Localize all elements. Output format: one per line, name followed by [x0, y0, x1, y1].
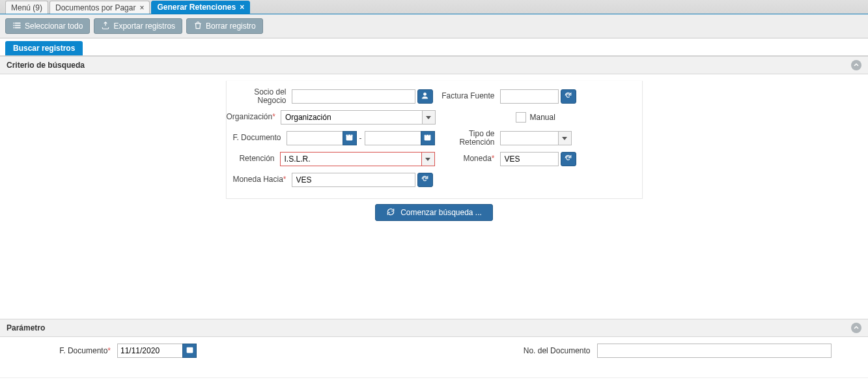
retencion-select[interactable] — [280, 152, 422, 166]
calendar-icon — [423, 133, 432, 143]
panel-title: Criterio de búsqueda — [7, 61, 85, 70]
organizacion-select[interactable] — [281, 110, 423, 125]
param-calendar-button[interactable] — [182, 344, 197, 358]
tab-label: Generar Retenciones — [157, 3, 236, 12]
parametro-panel-header: Parámetro — [0, 319, 868, 337]
tab-label: Documentos por Pagar — [55, 3, 135, 12]
moneda-hacia-lookup-button[interactable] — [417, 173, 433, 187]
svg-rect-5 — [425, 135, 431, 141]
label-moneda-hacia: Moneda Hacia* — [227, 175, 292, 184]
fdoc-from-input[interactable] — [287, 131, 343, 145]
calendar-icon — [345, 133, 354, 143]
tab-menu[interactable]: Menú (9) — [5, 1, 48, 14]
tab-documentos-por-pagar[interactable]: Documentos por Pagar × — [49, 1, 150, 14]
socio-lookup-button[interactable] — [417, 89, 433, 104]
dropdown-icon[interactable] — [422, 152, 435, 166]
subtab-buscar-registros[interactable]: Buscar registros — [5, 41, 83, 55]
select-all-button[interactable]: Seleccionar todo — [5, 18, 90, 34]
svg-point-0 — [423, 93, 426, 95]
refresh-icon — [421, 175, 429, 185]
trash-icon — [193, 21, 203, 32]
criteria-panel-header: Criterio de búsqueda — [0, 56, 868, 74]
comenzar-busqueda-button[interactable]: Comenzar búsqueda ... — [375, 204, 493, 221]
dropdown-icon[interactable] — [559, 131, 572, 145]
param-nodoc-input[interactable] — [597, 344, 832, 358]
tab-label: Menú (9) — [11, 3, 42, 12]
list-icon — [12, 21, 21, 32]
subtab-label: Buscar registros — [13, 44, 75, 53]
calendar-icon — [186, 345, 194, 356]
criteria-form: Socio del Negocio Factura Fuente — [226, 81, 643, 199]
label-socio: Socio del Negocio — [227, 88, 292, 105]
range-dash: - — [357, 134, 365, 143]
results-area — [0, 231, 868, 319]
moneda-hacia-input[interactable] — [292, 173, 415, 187]
socio-input[interactable] — [292, 89, 415, 104]
button-label: Exportar registros — [113, 22, 175, 31]
parametro-panel-body: F. Documento* No. del Documento — [0, 337, 868, 377]
label-organizacion: Organización* — [227, 113, 281, 121]
moneda-lookup-button[interactable] — [561, 152, 576, 166]
svg-rect-8 — [186, 347, 193, 353]
manual-checkbox[interactable] — [516, 112, 526, 123]
refresh-icon — [386, 207, 395, 218]
calendar-from-button[interactable] — [343, 131, 357, 145]
button-label: Comenzar búsqueda ... — [400, 208, 482, 217]
toolbar: Seleccionar todo Exportar registros Borr… — [0, 14, 868, 38]
tab-generar-retenciones[interactable]: Generar Retenciones × — [151, 1, 250, 14]
factura-lookup-button[interactable] — [561, 89, 576, 104]
calendar-to-button[interactable] — [421, 131, 435, 145]
label-param-fdoc: F. Documento* — [13, 346, 117, 355]
footer-actions — [0, 377, 868, 382]
factura-input[interactable] — [500, 89, 559, 104]
label-retencion: Retención — [227, 154, 280, 163]
moneda-input[interactable] — [500, 152, 559, 166]
fdoc-to-input[interactable] — [365, 131, 421, 145]
refresh-icon — [564, 91, 572, 102]
button-label: Seleccionar todo — [25, 22, 83, 31]
close-icon[interactable]: × — [240, 3, 244, 12]
criteria-panel-body: Socio del Negocio Factura Fuente — [0, 74, 868, 319]
label-moneda: Moneda* — [435, 154, 500, 163]
export-icon — [101, 21, 110, 32]
delete-button[interactable]: Borrar registro — [186, 18, 263, 34]
refresh-icon — [564, 154, 572, 164]
label-factura: Factura Fuente — [435, 92, 500, 100]
collapse-icon[interactable] — [851, 60, 861, 70]
sub-tabs: Buscar registros — [0, 38, 868, 56]
dropdown-icon[interactable] — [423, 110, 436, 125]
panel-title: Parámetro — [7, 323, 45, 332]
label-param-nodoc: No. del Documento — [434, 346, 597, 355]
label-manual: Manual — [530, 113, 555, 122]
label-tipo-retencion: Tipo de Retención — [435, 130, 500, 147]
close-icon[interactable]: × — [139, 3, 144, 12]
label-fdocumento: F. Documento — [227, 134, 287, 142]
param-fdoc-input[interactable] — [117, 344, 182, 358]
person-icon — [421, 91, 429, 102]
svg-rect-2 — [346, 135, 353, 136]
export-button[interactable]: Exportar registros — [94, 18, 182, 34]
tipo-retencion-select[interactable] — [500, 131, 559, 145]
collapse-icon[interactable] — [851, 323, 861, 333]
button-label: Borrar registro — [206, 22, 256, 31]
document-tabs: Menú (9) Documentos por Pagar × Generar … — [0, 0, 868, 14]
